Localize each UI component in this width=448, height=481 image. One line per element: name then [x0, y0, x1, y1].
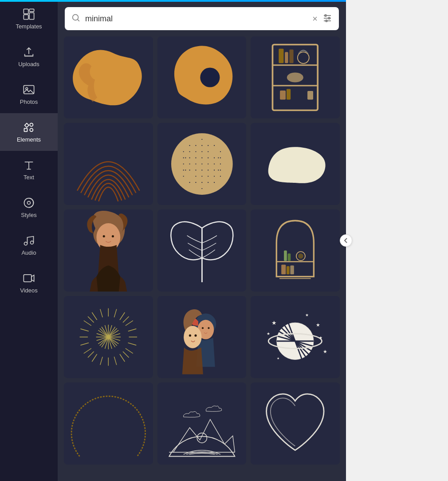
- filter-button[interactable]: [322, 13, 333, 25]
- svg-point-129: [194, 335, 196, 337]
- sidebar-item-elements-label: Elements: [17, 136, 41, 143]
- grid-item-leaf-outline[interactable]: [157, 209, 247, 292]
- svg-point-77: [183, 176, 184, 177]
- sidebar-item-text[interactable]: Text: [0, 151, 58, 189]
- svg-point-54: [218, 158, 219, 158]
- sidebar-item-audio-label: Audio: [21, 249, 36, 256]
- svg-point-85: [103, 235, 105, 237]
- elements-icon: [23, 121, 35, 134]
- svg-point-36: [208, 163, 208, 164]
- svg-text:★: ★: [306, 313, 309, 317]
- svg-point-19: [328, 17, 330, 19]
- search-input[interactable]: [85, 14, 308, 24]
- videos-icon: [23, 272, 35, 284]
- svg-text:★: ★: [316, 322, 320, 327]
- grid-item-cream-pebble[interactable]: [251, 123, 340, 205]
- sidebar-item-styles-label: Styles: [21, 212, 36, 218]
- svg-point-37: [195, 163, 196, 164]
- sidebar-item-uploads[interactable]: Uploads: [0, 38, 58, 75]
- sidebar-item-photos[interactable]: Photos: [0, 75, 58, 113]
- collapse-panel-button[interactable]: [340, 234, 352, 247]
- svg-point-79: [189, 182, 190, 183]
- grid-item-two-women[interactable]: [157, 296, 247, 378]
- sidebar-item-audio[interactable]: Audio: [0, 226, 58, 264]
- svg-point-71: [183, 151, 184, 152]
- grid-item-heart-outline[interactable]: [251, 382, 340, 465]
- svg-rect-27: [290, 50, 294, 63]
- grid-item-woman-portrait[interactable]: [64, 209, 153, 292]
- sidebar-item-videos[interactable]: Videos: [0, 264, 58, 302]
- svg-point-75: [183, 170, 184, 170]
- svg-rect-31: [280, 91, 286, 99]
- svg-point-76: [220, 151, 221, 152]
- svg-point-57: [201, 151, 202, 152]
- photos-icon: [23, 83, 35, 96]
- svg-rect-32: [287, 89, 291, 99]
- svg-point-74: [220, 158, 221, 158]
- svg-rect-90: [284, 251, 287, 261]
- clear-search-button[interactable]: ×: [312, 14, 318, 24]
- sidebar-item-elements[interactable]: Elements: [0, 113, 58, 151]
- sidebar-item-photos-label: Photos: [20, 99, 38, 105]
- svg-point-55: [185, 170, 186, 170]
- svg-point-41: [201, 158, 202, 158]
- svg-point-49: [189, 170, 190, 170]
- svg-text:★: ★: [323, 349, 328, 355]
- grid-item-radial-lines[interactable]: [64, 296, 153, 378]
- svg-point-40: [201, 170, 202, 170]
- search-icon: [71, 13, 81, 24]
- svg-point-72: [220, 170, 221, 170]
- svg-point-61: [189, 151, 190, 152]
- uploads-icon: [23, 46, 35, 58]
- grid-item-organic-blob[interactable]: [64, 36, 153, 118]
- search-bar: ×: [65, 7, 339, 30]
- svg-point-66: [208, 182, 208, 183]
- svg-rect-7: [24, 128, 28, 131]
- svg-point-30: [287, 72, 303, 82]
- grid-item-arch-lines[interactable]: [64, 123, 153, 205]
- top-progress-bar: [0, 0, 58, 2]
- elements-grid: ★ ★ ★ ★ ★ ★ ★: [58, 30, 346, 481]
- svg-rect-33: [307, 91, 313, 99]
- svg-point-68: [214, 182, 215, 183]
- grid-item-mountain-landscape[interactable]: [157, 382, 247, 465]
- svg-point-59: [195, 151, 196, 152]
- svg-point-78: [214, 145, 215, 146]
- svg-rect-95: [287, 266, 290, 275]
- svg-point-67: [195, 145, 196, 146]
- svg-point-38: [214, 163, 215, 164]
- svg-point-65: [201, 145, 202, 146]
- grid-item-planet-stars[interactable]: ★ ★ ★ ★ ★ ★ ★: [251, 296, 340, 378]
- svg-point-62: [208, 151, 208, 152]
- svg-point-45: [195, 170, 196, 170]
- svg-point-50: [220, 163, 221, 164]
- svg-text:★: ★: [277, 356, 279, 360]
- sidebar-item-templates[interactable]: Templates: [0, 0, 58, 38]
- grid-item-circle-frame[interactable]: [64, 382, 153, 465]
- svg-rect-96: [291, 265, 294, 274]
- svg-point-128: [189, 335, 191, 337]
- svg-text:★: ★: [319, 335, 322, 340]
- svg-point-52: [218, 170, 219, 170]
- svg-text:★: ★: [267, 331, 270, 336]
- svg-rect-1: [29, 9, 34, 12]
- sidebar-item-templates-label: Templates: [16, 23, 42, 30]
- svg-point-125: [202, 327, 204, 329]
- svg-rect-91: [288, 253, 291, 261]
- svg-point-18: [325, 15, 326, 16]
- svg-point-58: [208, 176, 208, 177]
- svg-point-60: [214, 176, 215, 177]
- svg-rect-3: [29, 13, 34, 20]
- svg-point-126: [208, 327, 209, 329]
- svg-point-43: [195, 158, 196, 158]
- svg-rect-13: [24, 275, 31, 282]
- styles-icon: [23, 197, 35, 209]
- grid-item-arch-shelf[interactable]: [251, 209, 340, 292]
- sidebar-item-styles[interactable]: Styles: [0, 189, 58, 226]
- svg-point-10: [28, 201, 31, 205]
- grid-item-dotted-circle[interactable]: [157, 123, 247, 205]
- audio-icon: [23, 234, 35, 247]
- grid-item-flower-blob[interactable]: [157, 36, 247, 118]
- grid-item-bookshelf[interactable]: [251, 36, 340, 118]
- sidebar-item-videos-label: Videos: [20, 287, 38, 294]
